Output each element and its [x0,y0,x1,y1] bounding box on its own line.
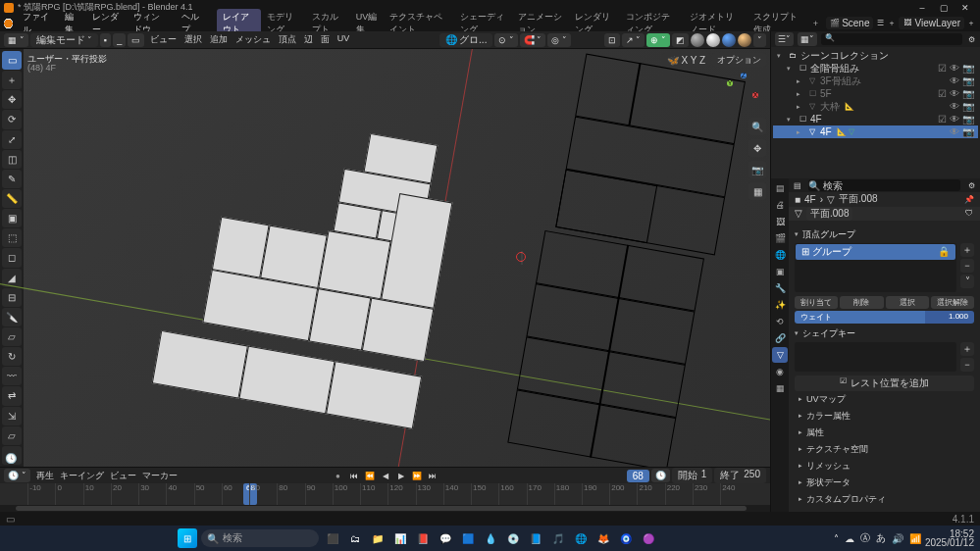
tool-spin[interactable]: ↻ [2,347,22,366]
timeline-menu-item[interactable]: ビュー [110,471,136,480]
tray-icon[interactable]: あ [876,531,886,545]
add-rest-pos-button[interactable]: ☑ レスト位置を追加 [795,376,974,391]
end-frame-field[interactable]: 終了250 [714,468,766,483]
taskbar-app-icon[interactable]: 🧿 [616,528,636,548]
taskbar-app-icon[interactable]: 🎵 [548,528,568,548]
shading-solid[interactable] [706,33,720,47]
props-search[interactable]: 🔍 検索 [808,179,960,191]
timeline-menu-item[interactable]: 再生 [36,471,54,480]
mesh-name-field[interactable]: ▽平面.008 🛡 [789,207,980,221]
tool-knife[interactable]: 🔪 [2,308,22,326]
tab-scene[interactable]: 🎬 [772,230,788,246]
scene-new-icon[interactable]: ＋ [887,19,897,28]
viewport-menu-item[interactable]: 頂点 [279,33,296,46]
transport-button[interactable]: ⏩ [410,470,424,481]
select-mode-face[interactable]: ▭ [128,33,144,47]
autokey-toggle[interactable]: ● [332,470,345,481]
taskbar-app-icon[interactable]: 📘 [526,528,545,548]
axis-z-icon[interactable]: Z [741,73,747,78]
outliner-restrict-icon[interactable]: 👁 [950,126,959,137]
vgroup-assign-button[interactable]: 割り当て [795,296,838,309]
outliner-restrict-icon[interactable]: 👁 [950,88,959,99]
tool-add-cube[interactable]: ▣ [2,209,22,227]
tray-icon[interactable]: 📶 [909,533,921,544]
outliner-restrict-icon[interactable]: 👁 [950,75,959,86]
shapekey-remove-icon[interactable]: － [960,358,974,372]
transport-button[interactable]: ▶ [394,470,408,481]
tool-extrude[interactable]: ⬚ [2,228,22,247]
shading-rendered[interactable] [738,33,751,47]
snap-toggle[interactable]: 🧲 ˅ [520,33,546,47]
window-minimize[interactable]: – [911,1,933,15]
props-panel-collapsed[interactable]: UVマップ [795,391,974,408]
taskbar-clock[interactable]: 18:522025/01/12 [925,529,974,547]
outliner-editor-type[interactable]: ☰˅ [775,32,794,46]
xray-toggle[interactable]: ◩ [672,33,689,47]
window-maximize[interactable]: ▢ [933,1,954,15]
editor-type-dropdown[interactable]: ▦ ˅ [4,33,28,47]
mode-dropdown[interactable]: 編集モード ˅ [30,33,98,47]
tab-output[interactable]: 🖨 [772,197,788,213]
tool-rotate[interactable]: ⟳ [2,110,22,128]
taskbar-app-icon[interactable]: 📁 [368,528,387,548]
overlay-toggle[interactable]: ⊕ ˅ [646,33,670,47]
timeline-menu-item[interactable]: キーイング [60,471,104,480]
outliner-row[interactable]: ▸☐5F☑👁📷 [773,87,978,100]
outliner-restrict-icon[interactable]: ☑ [938,88,947,99]
shading-wireframe[interactable] [691,33,704,47]
blender-logo-icon[interactable] [4,18,13,29]
outliner-restrict-icon[interactable]: 📷 [962,63,974,74]
vertex-groups-list[interactable]: ⊞ グループ🔒 [795,243,956,292]
tool-measure[interactable]: 📏 [2,189,22,208]
vertex-groups-header[interactable]: 頂点グループ [795,228,974,241]
vgroup-add-icon[interactable]: ＋ [960,243,974,257]
viewlayer-new-icon[interactable]: ＋ [966,19,976,28]
current-frame-field[interactable]: 68 [627,470,649,482]
props-panel-collapsed[interactable]: リメッシュ [795,458,974,475]
tool-scale[interactable]: ⤢ [2,130,22,149]
vgroup-special-icon[interactable]: ˅ [960,275,974,288]
taskbar-app-icon[interactable]: 💧 [481,528,500,548]
disclosure-icon[interactable]: ▾ [777,52,785,60]
shapekey-add-icon[interactable]: ＋ [960,342,974,356]
outliner-restrict-icon[interactable]: 📷 [962,126,974,137]
tool-smooth[interactable]: 〰 [2,367,22,385]
outliner-row[interactable]: ▸▽4F 📐 ▽👁📷 [773,125,978,138]
timeline-menu-item[interactable]: マーカー [142,471,178,480]
viewport-menu-item[interactable]: 追加 [210,33,228,46]
viewport-clock-icon[interactable]: 🕓 [4,451,18,465]
viewport-menu-item[interactable]: UV [337,33,350,46]
tray-icon[interactable]: 🔊 [892,533,903,544]
taskbar-app-icon[interactable]: 🟣 [639,528,658,548]
viewport-menu-item[interactable]: メッシュ [235,33,271,46]
vertex-group-item[interactable]: ⊞ グループ🔒 [796,244,955,260]
disclosure-icon[interactable]: ▸ [797,77,804,85]
tab-particles[interactable]: ✨ [772,297,788,313]
tab-world[interactable]: 🌐 [772,247,788,263]
taskbar-app-icon[interactable]: 🟦 [458,528,478,548]
taskbar-app-icon[interactable]: 🌐 [571,528,591,548]
outliner-restrict-icon[interactable]: 📷 [962,88,974,99]
props-editor-type[interactable]: ▤ [793,180,802,190]
tool-annotate[interactable]: ✎ [2,170,22,188]
tool-shrink[interactable]: ⇲ [2,407,22,426]
tool-select-box[interactable]: ▭ [2,51,22,70]
viewport-menu-item[interactable]: 辺 [304,33,313,46]
timeline-ruler[interactable]: 68 -100102030405060708090100110120130140… [0,483,770,505]
tab-constraints[interactable]: 🔗 [772,330,788,346]
transform-orient-dropdown[interactable]: 🌐グロ... [439,33,492,47]
tab-render[interactable]: ▤ [772,180,788,196]
outliner-restrict-icon[interactable]: 👁 [950,101,959,112]
tab-modifiers[interactable]: 🔧 [772,280,788,296]
tool-edgeslide[interactable]: ⇄ [2,386,22,405]
props-panel-collapsed[interactable]: 属性 [795,425,974,441]
tool-loopcut[interactable]: ⊟ [2,288,22,307]
pivot-dropdown[interactable]: ⊙ ˅ [494,33,518,47]
tool-cursor[interactable]: ＋ [2,71,22,89]
tool-shear[interactable]: ▱ [2,426,22,445]
outliner-restrict-icon[interactable]: ☑ [938,63,947,74]
scene-browse-icon[interactable]: ☰ [875,19,885,28]
scene-selector[interactable]: 🎬Scene [826,17,873,29]
start-frame-field[interactable]: 開始1 [672,468,713,483]
shapekeys-header[interactable]: シェイプキー [795,327,974,340]
